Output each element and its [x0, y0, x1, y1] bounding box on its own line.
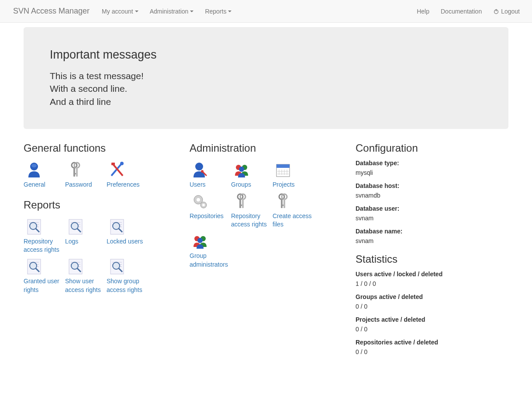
svg-point-10 [120, 162, 124, 165]
nav-administration[interactable]: Administration [144, 1, 200, 21]
config-db-type: Database type: mysqli [356, 160, 508, 176]
caret-icon [228, 10, 231, 12]
svg-line-11 [113, 164, 123, 176]
svg-point-23 [71, 222, 78, 229]
link-group-admins[interactable]: Group administrators [190, 231, 231, 269]
power-icon [493, 8, 499, 14]
svg-point-47 [113, 262, 120, 269]
link-granted-user-rights[interactable]: Granted user rights [24, 256, 65, 294]
keys-icon [231, 191, 252, 212]
svg-point-29 [113, 222, 120, 229]
tools-icon [107, 160, 128, 181]
svg-point-41 [71, 262, 78, 269]
svg-rect-5 [73, 167, 75, 177]
svg-rect-8 [76, 167, 78, 177]
nav-right: Help Documentation Logout [411, 1, 525, 21]
link-general[interactable]: General [24, 160, 65, 189]
col-administration: Administration Users Groups [190, 142, 342, 361]
svg-point-79 [197, 238, 203, 243]
nav-documentation[interactable]: Documentation [435, 1, 487, 21]
admin-heading: Administration [190, 142, 342, 154]
link-create-access-files[interactable]: Create access files [273, 191, 314, 229]
brand[interactable]: SVN Access Manager [7, 0, 96, 22]
stats-users: Users active / locked / deleted 1 / 0 / … [356, 271, 508, 287]
config-heading: Configuration [356, 142, 508, 154]
general-heading: General functions [24, 142, 176, 154]
config-db-user: Database user: svnam [356, 205, 508, 222]
magnifier-doc-icon [107, 216, 128, 237]
link-repositories[interactable]: Repositories [190, 191, 231, 229]
svg-rect-73 [281, 198, 283, 208]
messages-heading: Important messages [50, 48, 482, 62]
link-projects[interactable]: Projects [273, 160, 314, 189]
svg-rect-68 [239, 198, 241, 208]
nav-logout[interactable]: Logout [487, 1, 525, 21]
link-admin-repo-access[interactable]: Repository access rights [231, 191, 273, 229]
link-show-group-access[interactable]: Show group access rights [107, 256, 148, 294]
group-icon [190, 231, 211, 252]
link-show-user-access[interactable]: Show user access rights [65, 256, 107, 294]
user-icon [24, 160, 45, 181]
svg-point-35 [30, 262, 37, 269]
link-users[interactable]: Users [190, 160, 231, 189]
svg-point-3 [31, 164, 37, 167]
magnifier-doc-icon [107, 256, 128, 277]
keys-icon [65, 160, 86, 181]
svg-rect-76 [283, 198, 285, 208]
config-db-name: Database name: svnam [356, 228, 508, 244]
config-db-host: Database host: svnamdb [356, 182, 508, 199]
svg-point-51 [201, 170, 204, 173]
calendar-icon [273, 160, 294, 181]
keys-icon [273, 191, 294, 212]
user-wrench-icon [190, 160, 211, 181]
col-general-reports: General functions General Password [24, 142, 176, 361]
reports-heading: Reports [24, 199, 176, 211]
caret-icon [135, 10, 138, 12]
gears-icon [190, 191, 211, 212]
svg-rect-12 [111, 163, 115, 165]
magnifier-doc-icon [65, 216, 86, 237]
svg-rect-56 [276, 164, 290, 168]
link-preferences[interactable]: Preferences [107, 160, 148, 189]
svg-point-54 [239, 167, 244, 172]
magnifier-doc-icon [24, 256, 45, 277]
svg-line-9 [111, 164, 121, 176]
svg-point-64 [197, 198, 200, 202]
link-password[interactable]: Password [65, 160, 107, 189]
messages-panel: Important messages This is a test messag… [24, 27, 508, 129]
stats-heading: Statistics [356, 253, 508, 265]
link-locked-users[interactable]: Locked users [107, 216, 148, 254]
navbar: SVN Access Manager My account Administra… [0, 0, 532, 23]
stats-repos: Repositories active / deleted 0 / 0 [356, 339, 508, 355]
group-icon [231, 160, 252, 181]
nav-reports[interactable]: Reports [199, 1, 237, 21]
message-line: And a third line [50, 95, 482, 108]
svg-point-49 [195, 163, 203, 170]
link-groups[interactable]: Groups [231, 160, 273, 189]
caret-icon [190, 10, 193, 12]
link-repo-access-report[interactable]: Repository access rights [24, 216, 65, 254]
link-logs[interactable]: Logs [65, 216, 107, 254]
svg-point-17 [30, 222, 37, 229]
message-line: With a second line. [50, 82, 482, 95]
svg-point-66 [202, 204, 205, 206]
svg-rect-71 [242, 198, 244, 208]
message-line: This is a test message! [50, 70, 482, 82]
stats-projects: Projects active / deleted 0 / 0 [356, 316, 508, 333]
magnifier-doc-icon [65, 256, 86, 277]
stats-groups: Groups active / deleted 0 / 0 [356, 293, 508, 310]
nav-left: My account Administration Reports [96, 1, 237, 21]
col-config-stats: Configuration Database type: mysqli Data… [356, 142, 508, 361]
nav-help[interactable]: Help [411, 1, 435, 21]
magnifier-doc-icon [24, 216, 45, 237]
nav-myaccount[interactable]: My account [96, 1, 144, 21]
